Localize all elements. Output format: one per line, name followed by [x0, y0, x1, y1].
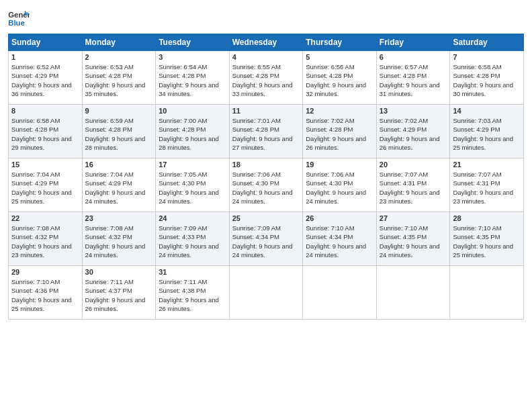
cell-content: Sunrise: 7:10 AM Sunset: 4:36 PM Dayligh… — [11, 277, 79, 313]
daylight-label: Daylight: 9 hours and 24 minutes. — [232, 189, 293, 205]
cell-content: Sunrise: 7:00 AM Sunset: 4:28 PM Dayligh… — [159, 116, 226, 152]
sunrise-label: Sunrise: 6:57 AM — [380, 63, 428, 71]
day-number: 24 — [159, 214, 226, 222]
day-cell: 9 Sunrise: 6:59 AM Sunset: 4:28 PM Dayli… — [82, 105, 156, 158]
sunrise-label: Sunrise: 7:07 AM — [380, 171, 428, 178]
logo: General Blue — [8, 9, 31, 28]
daylight-label: Daylight: 9 hours and 24 minutes. — [85, 189, 146, 205]
day-cell: 15 Sunrise: 7:04 AM Sunset: 4:29 PM Dayl… — [9, 158, 83, 212]
daylight-label: Daylight: 9 hours and 24 minutes. — [306, 242, 366, 259]
cell-content: Sunrise: 6:56 AM Sunset: 4:28 PM Dayligh… — [306, 62, 373, 98]
daylight-label: Daylight: 9 hours and 23 minutes. — [453, 189, 513, 205]
cell-content: Sunrise: 6:58 AM Sunset: 4:28 PM Dayligh… — [11, 116, 79, 152]
cell-content: Sunrise: 7:09 AM Sunset: 4:33 PM Dayligh… — [159, 224, 226, 259]
cell-content: Sunrise: 6:53 AM Sunset: 4:28 PM Dayligh… — [85, 62, 153, 98]
cell-content: Sunrise: 7:10 AM Sunset: 4:34 PM Dayligh… — [306, 224, 373, 259]
header-row: SundayMondayTuesdayWednesdayThursdayFrid… — [9, 34, 524, 51]
sunset-label: Sunset: 4:28 PM — [380, 72, 427, 79]
sunrise-label: Sunrise: 7:09 AM — [159, 224, 207, 232]
day-cell: 14 Sunrise: 7:03 AM Sunset: 4:29 PM Dayl… — [450, 105, 524, 158]
sunrise-label: Sunrise: 7:01 AM — [232, 117, 281, 124]
sunset-label: Sunset: 4:34 PM — [306, 233, 353, 240]
daylight-label: Daylight: 9 hours and 24 minutes. — [85, 242, 146, 259]
day-number: 17 — [159, 161, 226, 169]
sunrise-label: Sunrise: 6:53 AM — [85, 63, 134, 71]
col-header-tuesday: Tuesday — [156, 34, 230, 51]
day-cell: 21 Sunrise: 7:07 AM Sunset: 4:31 PM Dayl… — [450, 158, 524, 212]
sunset-label: Sunset: 4:38 PM — [159, 287, 206, 294]
calendar-table: SundayMondayTuesdayWednesdayThursdayFrid… — [8, 34, 524, 320]
day-cell: 16 Sunrise: 7:04 AM Sunset: 4:29 PM Dayl… — [82, 158, 156, 212]
day-cell: 30 Sunrise: 7:11 AM Sunset: 4:37 PM Dayl… — [82, 266, 156, 320]
sunrise-label: Sunrise: 6:52 AM — [11, 63, 60, 71]
cell-content: Sunrise: 6:54 AM Sunset: 4:28 PM Dayligh… — [159, 62, 226, 98]
daylight-label: Daylight: 9 hours and 23 minutes. — [11, 242, 72, 259]
day-number: 20 — [380, 161, 447, 169]
week-row-1: 1 Sunrise: 6:52 AM Sunset: 4:29 PM Dayli… — [9, 51, 524, 105]
day-number: 23 — [85, 214, 153, 222]
day-number: 8 — [11, 107, 79, 115]
sunrise-label: Sunrise: 7:02 AM — [380, 117, 428, 124]
day-cell — [450, 266, 524, 320]
day-cell: 24 Sunrise: 7:09 AM Sunset: 4:33 PM Dayl… — [156, 212, 230, 266]
cell-content: Sunrise: 6:57 AM Sunset: 4:28 PM Dayligh… — [380, 62, 447, 98]
day-cell: 28 Sunrise: 7:10 AM Sunset: 4:35 PM Dayl… — [450, 212, 524, 266]
sunrise-label: Sunrise: 7:07 AM — [453, 171, 501, 178]
daylight-label: Daylight: 9 hours and 26 minutes. — [85, 296, 146, 312]
day-cell: 29 Sunrise: 7:10 AM Sunset: 4:36 PM Dayl… — [9, 266, 83, 320]
daylight-label: Daylight: 9 hours and 26 minutes. — [306, 135, 366, 151]
sunrise-label: Sunrise: 7:04 AM — [85, 171, 134, 178]
day-cell: 23 Sunrise: 7:08 AM Sunset: 4:32 PM Dayl… — [82, 212, 156, 266]
sunset-label: Sunset: 4:29 PM — [11, 179, 58, 187]
cell-content: Sunrise: 7:08 AM Sunset: 4:32 PM Dayligh… — [85, 224, 153, 259]
day-number: 15 — [11, 161, 79, 169]
cell-content: Sunrise: 7:02 AM Sunset: 4:28 PM Dayligh… — [306, 116, 373, 152]
day-number: 12 — [306, 107, 373, 115]
header: General Blue — [8, 7, 524, 28]
day-cell: 10 Sunrise: 7:00 AM Sunset: 4:28 PM Dayl… — [156, 105, 230, 158]
cell-content: Sunrise: 6:55 AM Sunset: 4:28 PM Dayligh… — [232, 62, 300, 98]
sunrise-label: Sunrise: 7:04 AM — [11, 171, 60, 178]
daylight-label: Daylight: 9 hours and 29 minutes. — [11, 135, 72, 151]
sunrise-label: Sunrise: 6:54 AM — [159, 63, 207, 71]
sunset-label: Sunset: 4:30 PM — [306, 179, 353, 187]
sunrise-label: Sunrise: 6:55 AM — [232, 63, 281, 71]
cell-content: Sunrise: 7:04 AM Sunset: 4:29 PM Dayligh… — [85, 170, 153, 205]
daylight-label: Daylight: 9 hours and 32 minutes. — [306, 81, 366, 97]
daylight-label: Daylight: 9 hours and 35 minutes. — [85, 81, 146, 97]
day-number: 27 — [380, 214, 447, 222]
cell-content: Sunrise: 7:10 AM Sunset: 4:35 PM Dayligh… — [453, 224, 521, 259]
day-cell: 4 Sunrise: 6:55 AM Sunset: 4:28 PM Dayli… — [229, 51, 303, 105]
sunrise-label: Sunrise: 7:10 AM — [453, 224, 501, 232]
day-number: 18 — [232, 161, 300, 169]
sunset-label: Sunset: 4:35 PM — [380, 233, 427, 240]
day-number: 4 — [232, 53, 300, 61]
col-header-sunday: Sunday — [9, 34, 83, 51]
sunset-label: Sunset: 4:30 PM — [232, 179, 279, 187]
sunset-label: Sunset: 4:32 PM — [11, 233, 58, 240]
day-cell — [376, 266, 450, 320]
sunset-label: Sunset: 4:33 PM — [159, 233, 206, 240]
daylight-label: Daylight: 9 hours and 28 minutes. — [85, 135, 146, 151]
sunset-label: Sunset: 4:31 PM — [380, 179, 427, 187]
day-cell: 27 Sunrise: 7:10 AM Sunset: 4:35 PM Dayl… — [376, 212, 450, 266]
day-cell: 1 Sunrise: 6:52 AM Sunset: 4:29 PM Dayli… — [9, 51, 83, 105]
day-number: 6 — [380, 53, 447, 61]
sunset-label: Sunset: 4:28 PM — [85, 72, 132, 79]
cell-content: Sunrise: 7:05 AM Sunset: 4:30 PM Dayligh… — [159, 170, 226, 205]
day-cell — [303, 266, 377, 320]
sunset-label: Sunset: 4:34 PM — [232, 233, 279, 240]
sunset-label: Sunset: 4:29 PM — [380, 126, 427, 133]
cell-content: Sunrise: 7:07 AM Sunset: 4:31 PM Dayligh… — [453, 170, 521, 205]
day-number: 16 — [85, 161, 153, 169]
day-number: 29 — [11, 268, 79, 276]
day-cell: 17 Sunrise: 7:05 AM Sunset: 4:30 PM Dayl… — [156, 158, 230, 212]
daylight-label: Daylight: 9 hours and 25 minutes. — [11, 296, 72, 312]
col-header-friday: Friday — [376, 34, 450, 51]
daylight-label: Daylight: 9 hours and 23 minutes. — [380, 189, 440, 205]
day-cell: 3 Sunrise: 6:54 AM Sunset: 4:28 PM Dayli… — [156, 51, 230, 105]
daylight-label: Daylight: 9 hours and 26 minutes. — [380, 135, 440, 151]
day-number: 2 — [85, 53, 153, 61]
sunrise-label: Sunrise: 7:11 AM — [85, 278, 134, 285]
daylight-label: Daylight: 9 hours and 25 minutes. — [453, 135, 513, 151]
